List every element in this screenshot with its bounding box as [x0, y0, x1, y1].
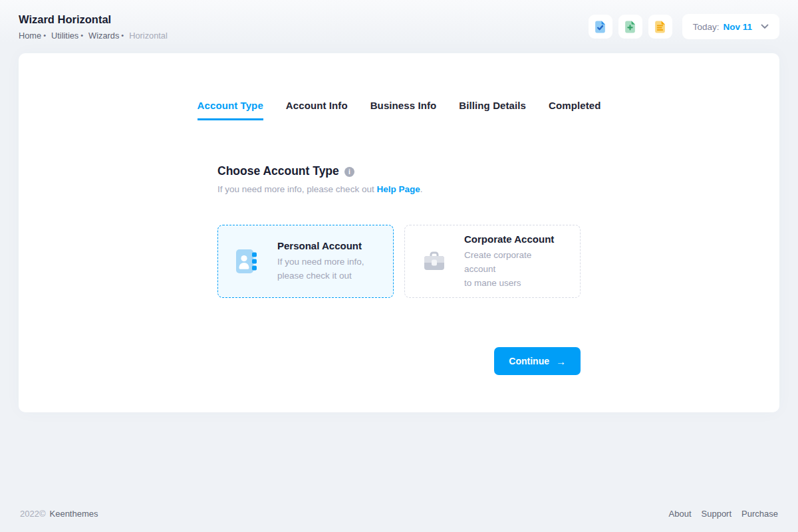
doc-add-button[interactable]	[618, 15, 642, 39]
breadcrumb-item-wizards[interactable]: Wizards	[88, 31, 119, 41]
date-prefix-label: Today:	[693, 22, 720, 32]
doc-lines-icon	[653, 20, 667, 34]
subtext-period: .	[420, 184, 423, 194]
chevron-down-icon	[756, 24, 769, 29]
account-type-options: Personal Account If you need more info, …	[217, 225, 581, 298]
option-text: Personal Account If you need more info, …	[277, 240, 364, 283]
footer: 2022© Keenthemes About Support Purchase	[0, 509, 798, 532]
help-page-link[interactable]: Help Page	[376, 184, 420, 194]
step-account-info[interactable]: Account Info	[286, 100, 348, 120]
date-selector[interactable]: Today: Nov 11	[682, 14, 779, 39]
breadcrumb-separator: •	[121, 31, 124, 39]
breadcrumb-separator: •	[80, 31, 83, 39]
footer-link-support[interactable]: Support	[702, 509, 732, 519]
breadcrumb-separator: •	[43, 31, 46, 39]
doc-check-button[interactable]	[589, 15, 612, 39]
breadcrumb: Home • Utilities • Wizards • Horizontal	[19, 31, 168, 41]
option-text: Corporate Account Create corporate accou…	[464, 233, 564, 290]
footer-link-about[interactable]: About	[669, 509, 692, 519]
footer-copyright-block: 2022© Keenthemes	[20, 509, 98, 519]
continue-button[interactable]: Continue →	[494, 347, 581, 375]
option-corporate-account[interactable]: Corporate Account Create corporate accou…	[404, 225, 581, 298]
option-title: Corporate Account	[464, 233, 564, 245]
step-billing-details[interactable]: Billing Details	[459, 100, 526, 120]
briefcase-icon	[421, 248, 448, 275]
option-personal-account[interactable]: Personal Account If you need more info, …	[217, 225, 394, 298]
doc-check-icon	[593, 20, 607, 34]
page: Wizard Horizontal Home • Utilities • Wiz…	[0, 0, 798, 532]
copyright-year: 2022©	[20, 509, 46, 519]
step-heading: Choose Account Type	[217, 164, 339, 178]
continue-label: Continue	[509, 356, 549, 366]
company-link[interactable]: Keenthemes	[50, 509, 98, 519]
footer-link-purchase[interactable]: Purchase	[741, 509, 778, 519]
breadcrumb-item-home[interactable]: Home	[19, 31, 41, 41]
step-business-info[interactable]: Business Info	[370, 100, 437, 120]
step-subtext: If you need more info, please check out …	[217, 184, 581, 194]
page-heading-block: Wizard Horizontal Home • Utilities • Wiz…	[19, 13, 168, 41]
option-title: Personal Account	[277, 240, 364, 251]
wizard-stepper: Account Type Account Info Business Info …	[19, 53, 779, 120]
wizard-actions: Continue →	[217, 347, 581, 375]
arrow-right-icon: →	[556, 356, 566, 366]
date-value-label: Nov 11	[723, 22, 752, 32]
footer-links: About Support Purchase	[669, 509, 778, 519]
doc-lines-button[interactable]	[648, 15, 672, 39]
address-book-icon	[234, 248, 261, 275]
step-account-type[interactable]: Account Type	[198, 100, 263, 120]
breadcrumb-item-horizontal: Horizontal	[129, 31, 168, 41]
option-description: If you need more info, please check it o…	[277, 255, 364, 283]
page-title: Wizard Horizontal	[19, 13, 168, 26]
wizard-card: Account Type Account Info Business Info …	[19, 53, 779, 412]
toolbar: Wizard Horizontal Home • Utilities • Wiz…	[0, 0, 798, 53]
step-content: Choose Account Type If you need more inf…	[217, 164, 581, 375]
subtext-text: If you need more info, please check out	[217, 184, 374, 194]
toolbar-actions: Today: Nov 11	[589, 14, 779, 39]
option-description: Create corporate account to mane users	[464, 248, 564, 290]
breadcrumb-item-utilities[interactable]: Utilities	[51, 31, 78, 41]
doc-add-icon	[623, 20, 637, 34]
step-completed[interactable]: Completed	[549, 100, 600, 120]
info-circle-icon[interactable]	[344, 167, 354, 177]
